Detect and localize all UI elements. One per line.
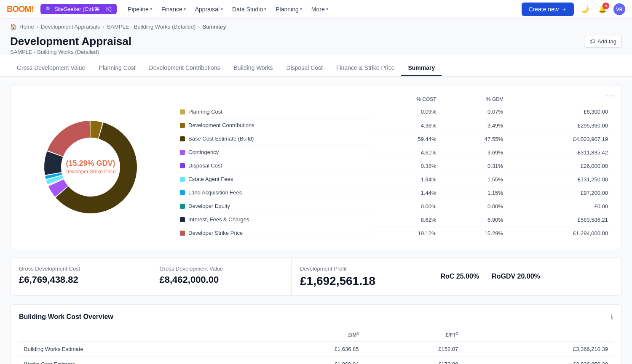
tab-planning-cost[interactable]: Planning Cost: [92, 60, 142, 76]
table-row: Disposal Cost 0.38% 0.31% £26,000.00: [175, 159, 613, 173]
nav-finance[interactable]: Finance ▾: [157, 3, 190, 15]
color-dot: [180, 136, 185, 141]
row-value: £1,294,000.00: [508, 226, 613, 240]
table-row: Base Cost Estimate (Build) 59.44% 47.55%…: [175, 132, 613, 146]
breadcrumb: 🏠 Home › Development Appraisals › SAMPLE…: [0, 19, 632, 30]
tab-disposal-cost[interactable]: Disposal Cost: [280, 60, 329, 76]
table-row: Developer Strike Price 19.12% 15.29% £1,…: [175, 226, 613, 240]
row-pct-gdv: 0.07%: [442, 105, 508, 119]
breadcrumb-sep3: ›: [198, 24, 200, 30]
nav-right: Create new ＋ 🌙 🔔 9 VR: [522, 3, 625, 16]
tab-building-works[interactable]: Building Works: [227, 60, 279, 76]
plus-icon: ＋: [561, 5, 567, 13]
more-options-button[interactable]: ···: [606, 91, 615, 100]
page-title: Development Appraisal: [10, 35, 131, 48]
tag-icon: 🏷: [589, 38, 595, 45]
nav-data-studio[interactable]: Data Studio ▾: [228, 3, 270, 15]
row-value: £97,200.00: [508, 186, 613, 199]
info-icon[interactable]: ℹ: [611, 313, 613, 321]
overview-row-label: Building Works Estimate: [19, 341, 249, 356]
summary-cards: Gross Development Cost £6,769,438.82 Gro…: [10, 258, 622, 296]
overview-row-ft2: £152.07: [364, 341, 463, 356]
table-row: Planning Cost 0.09% 0.07% £6,300.00: [175, 105, 613, 119]
row-label: Estate Agent Fees: [188, 176, 233, 182]
add-tag-button[interactable]: 🏷 Add tag: [584, 35, 622, 48]
page-header: Development Appraisal SAMPLE - Building …: [0, 30, 632, 55]
tab-finance-strike-price[interactable]: Finance & Strike Price: [329, 60, 402, 76]
data-table: % COST % GDV Planning Cost 0.09% 0.07% £…: [175, 94, 613, 240]
row-label: Disposal Cost: [188, 162, 222, 169]
tab-summary[interactable]: Summary: [401, 60, 442, 76]
table-row: Development Contributions 4.36% 3.49% £2…: [175, 119, 613, 132]
nav-planning[interactable]: Planning ▾: [271, 3, 306, 15]
create-new-button[interactable]: Create new ＋: [522, 3, 574, 16]
row-pct-cost: 0.00%: [372, 199, 442, 213]
tab-development-contributions[interactable]: Development Contributions: [142, 60, 227, 76]
siteseeker-button[interactable]: 🔍 SiteSeeker (Ctrl/⌘ + K): [40, 4, 117, 14]
avatar[interactable]: VR: [613, 3, 625, 15]
row-pct-gdv: 0.31%: [442, 159, 508, 173]
breadcrumb-level1[interactable]: Development Appraisals: [41, 24, 100, 30]
profit-label: Development Profit: [300, 266, 423, 272]
table-row: Estate Agent Fees 1.94% 1.55% £131,250.0…: [175, 173, 613, 186]
row-pct-gdv: 15.29%: [442, 226, 508, 240]
row-label: Contingency: [188, 149, 219, 155]
breadcrumb-home[interactable]: Home: [19, 24, 34, 30]
row-pct-cost: 4.36%: [372, 119, 442, 132]
color-dot: [180, 204, 185, 209]
col-cost-header: % COST: [372, 94, 442, 105]
row-label: Development Contributions: [188, 122, 254, 128]
overview-title: Building Work Cost Overview: [19, 313, 113, 321]
gdv-label: Gross Development Value: [160, 266, 283, 272]
row-label: Base Cost Estimate (Build): [188, 136, 254, 142]
table-row: Developer Equity 0.00% 0.00% £0.00: [175, 199, 613, 213]
tab-gross-development-value[interactable]: Gross Development Value: [10, 60, 92, 76]
row-pct-cost: 8.62%: [372, 213, 442, 226]
gdc-value: £6,769,438.82: [19, 274, 142, 285]
gdc-label: Gross Development Cost: [19, 266, 142, 272]
row-pct-cost: 1.94%: [372, 173, 442, 186]
row-value: £0.00: [508, 199, 613, 213]
row-pct-gdv: 3.49%: [442, 119, 508, 132]
row-pct-gdv: 0.00%: [442, 199, 508, 213]
nav-pipeline[interactable]: Pipeline ▾: [123, 3, 156, 15]
overview-row-value: £3,826,850.39: [463, 356, 613, 364]
row-pct-gdv: 47.55%: [442, 132, 508, 146]
color-dot: [180, 217, 185, 222]
row-pct-cost: 4.61%: [372, 146, 442, 159]
overview-row-label: Works Cost Estimate: [19, 356, 249, 364]
siteseeker-label: SiteSeeker (Ctrl/⌘ + K): [54, 6, 112, 12]
row-value: £131,250.00: [508, 173, 613, 186]
overview-col-value: [463, 328, 613, 342]
row-value: £4,023,907.19: [508, 132, 613, 146]
col-label-header: [175, 94, 372, 105]
color-dot: [180, 177, 185, 182]
nav-appraisal[interactable]: Appraisal ▾: [191, 3, 227, 15]
roc-rogdv-card: RoC 25.00% RoGDV 20.00%: [432, 258, 622, 295]
main-content: ··· (15.29% GDV) Developer Strike Price …: [0, 77, 632, 364]
roc-group: RoC 25.00%: [441, 273, 479, 280]
notifications[interactable]: 🔔 9: [596, 3, 609, 16]
donut-svg: [27, 104, 154, 230]
chevron-down-icon: ▾: [184, 7, 186, 11]
nav-items: Pipeline ▾ Finance ▾ Appraisal ▾ Data St…: [123, 3, 332, 15]
overview-row: Building Works Estimate £1,636.85 £152.0…: [19, 341, 613, 356]
logo: BOOM!: [7, 4, 34, 14]
row-value: £311,835.42: [508, 146, 613, 159]
nav-more[interactable]: More ▾: [307, 3, 332, 15]
row-pct-cost: 19.12%: [372, 226, 442, 240]
color-dot: [180, 109, 185, 114]
rogdv-group: RoGDV 20.00%: [492, 273, 540, 280]
row-label: Interest, Fees & Charges: [188, 216, 249, 223]
building-work-overview: Building Work Cost Overview ℹ £/M2 £/FT2…: [10, 304, 622, 364]
row-pct-cost: 0.09%: [372, 105, 442, 119]
chevron-down-icon: ▾: [326, 7, 328, 11]
color-dot: [180, 190, 185, 195]
overview-table: £/M2 £/FT2 Building Works Estimate £1,63…: [19, 328, 613, 364]
profit-value: £1,692,561.18: [300, 274, 423, 288]
donut-chart: (15.29% GDV) Developer Strike Price: [19, 94, 162, 240]
theme-toggle-button[interactable]: 🌙: [578, 3, 592, 16]
row-value: £26,000.00: [508, 159, 613, 173]
breadcrumb-level2[interactable]: SAMPLE - Building Works (Detailed): [107, 24, 196, 30]
breadcrumb-sep: ›: [37, 24, 38, 30]
